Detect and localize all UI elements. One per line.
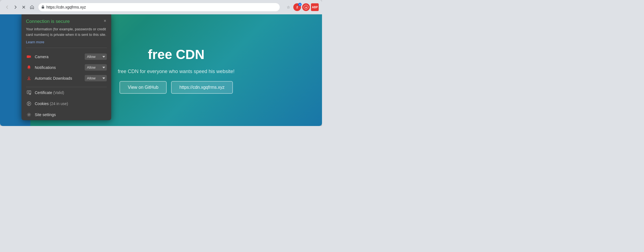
browser-titlebar: https://cdn.xgqfrms.xyz ☆ 2 2 ⊘ ABP — [0, 0, 322, 14]
popup-links: Certificate (Valid) Cookies (24 in use) … — [26, 87, 107, 120]
notifications-permission-row: Notifications Allow Block Ask — [26, 62, 107, 73]
github-button[interactable]: View on GitHub — [119, 81, 167, 94]
forward-button[interactable] — [12, 3, 19, 11]
certificate-link[interactable]: Certificate (Valid) — [26, 87, 107, 98]
svg-marker-6 — [30, 55, 31, 58]
popup-close-button[interactable]: × — [103, 19, 107, 23]
browser-content: free CDN free CDN for everyone who wants… — [0, 14, 322, 126]
cookies-link[interactable]: Cookies (24 in use) — [26, 98, 107, 109]
site-settings-icon — [26, 112, 32, 117]
svg-point-15 — [29, 103, 30, 104]
popup-title: Connection is secure — [26, 19, 70, 24]
site-settings-label: Site settings — [35, 112, 56, 117]
downloads-permission-row: Automatic Downloads Allow Block Ask — [26, 73, 107, 84]
notifications-select[interactable]: Allow Block Ask — [85, 64, 107, 71]
url-button[interactable]: https://cdn.xgqfrms.xyz — [171, 81, 233, 94]
downloads-icon — [26, 76, 32, 80]
camera-permission-row: Camera Allow Block Ask — [26, 51, 107, 62]
certificate-label: Certificate (Valid) — [35, 90, 64, 95]
popup-description: Your information (for example, passwords… — [26, 26, 107, 37]
ext-badge: 2 — [298, 3, 302, 6]
popup-permissions: Camera Allow Block Ask Notifications All… — [26, 48, 107, 87]
site-title: free CDN — [148, 47, 204, 62]
svg-point-14 — [28, 103, 29, 103]
downloads-label: Automatic Downloads — [35, 76, 82, 81]
downloads-select[interactable]: Allow Block Ask — [85, 75, 107, 81]
svg-point-17 — [28, 114, 30, 116]
camera-select[interactable]: Allow Block Ask — [85, 53, 107, 60]
tabsave-extension-icon[interactable]: 2 2 — [293, 3, 301, 11]
site-buttons: View on GitHub https://cdn.xgqfrms.xyz — [119, 81, 233, 94]
back-button[interactable] — [3, 3, 11, 11]
certificate-icon — [26, 90, 32, 95]
lock-icon — [41, 5, 45, 10]
toolbar-right: ☆ 2 2 ⊘ ABP — [284, 3, 319, 11]
nav-buttons — [3, 3, 36, 11]
bookmark-icon[interactable]: ☆ — [284, 3, 292, 11]
home-button[interactable] — [28, 3, 36, 11]
address-bar[interactable]: https://cdn.xgqfrms.xyz — [38, 3, 280, 12]
certificate-sublabel: (Valid) — [53, 90, 64, 95]
popup-header: Connection is secure × — [22, 14, 111, 26]
svg-point-16 — [28, 104, 29, 105]
camera-label: Camera — [35, 55, 82, 59]
svg-point-13 — [27, 102, 31, 106]
adblocker-icon[interactable]: ⊘ — [302, 3, 310, 11]
svg-rect-8 — [27, 79, 31, 80]
cookies-icon — [26, 101, 32, 106]
svg-rect-5 — [27, 55, 30, 58]
browser-window: https://cdn.xgqfrms.xyz ☆ 2 2 ⊘ ABP free… — [0, 0, 322, 126]
camera-icon — [26, 55, 32, 58]
notifications-label: Notifications — [35, 65, 82, 70]
cookies-sublabel: (24 in use) — [50, 101, 68, 106]
svg-text:⊘: ⊘ — [305, 6, 307, 9]
svg-rect-7 — [29, 69, 30, 69]
site-settings-link[interactable]: Site settings — [26, 109, 107, 120]
close-tab-button[interactable] — [20, 3, 28, 11]
popup-body: Your information (for example, passwords… — [22, 26, 111, 48]
learn-more-link[interactable]: Learn more — [26, 40, 44, 44]
site-subtitle: free CDN for everyone who wants speed hi… — [118, 69, 235, 74]
security-popup: Connection is secure × Your information … — [22, 14, 111, 120]
address-text: https://cdn.xgqfrms.xyz — [46, 5, 277, 9]
cookies-label: Cookies (24 in use) — [35, 101, 68, 106]
notifications-icon — [26, 65, 32, 69]
svg-rect-2 — [42, 7, 44, 9]
abp-extension-icon[interactable]: ABP — [311, 3, 319, 11]
